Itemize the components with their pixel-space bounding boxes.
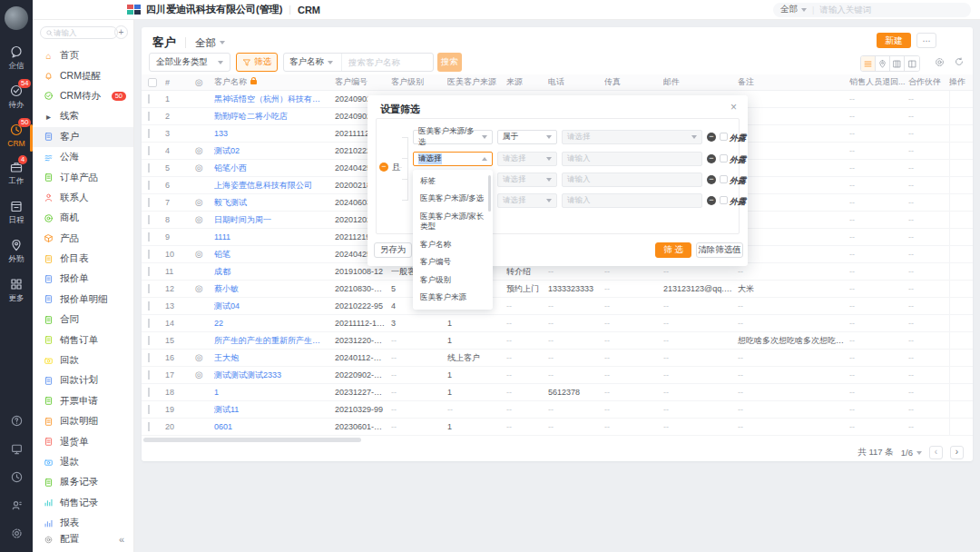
customer-name-link[interactable]: 蔡小敏 [214,283,335,295]
view-pin-icon[interactable] [876,56,890,71]
sidebar-add-button[interactable]: + [114,25,128,39]
checkbox[interactable] [148,232,150,242]
dropdown-item[interactable]: 医美客户来源/多选 [413,190,493,207]
sidebar-item-产品[interactable]: 产品 [33,229,133,249]
condition-value-input[interactable]: 请输入 [562,152,702,166]
customer-name-link[interactable]: 22 [214,319,335,328]
checkbox[interactable] [148,163,150,172]
sidebar-item-联系人[interactable]: 联系人 [33,188,133,208]
condition-value-select[interactable]: 请选择 [562,130,702,144]
dropdown-item[interactable]: 客户名称 [413,236,493,253]
dropdown-item[interactable]: 客户编号 [413,253,493,271]
customer-name-link[interactable]: 铅笔小西 [214,163,335,174]
checkbox[interactable] [148,336,150,345]
global-search-input[interactable] [819,5,928,15]
checkbox[interactable] [148,388,150,397]
condition-value-input[interactable]: 请输入 [562,193,702,208]
sidebar-item-价目表[interactable]: 价目表 [33,249,133,269]
search-button[interactable]: 搜索 [437,53,462,72]
filter-button[interactable]: 筛选 [236,53,278,72]
expose-checkbox[interactable] [720,196,728,204]
customer-name-link[interactable]: 所产生的产生的重新所产生的产生的重... [214,335,335,347]
dropdown-item[interactable]: 医美客户来源/家长类型 [413,208,493,236]
rail-item-待办[interactable]: 待办54 [0,84,33,111]
table-settings-icon[interactable] [933,55,946,68]
table-row[interactable]: 16◎王大炮20240112-124--线上客户-------------- [142,350,973,367]
sidebar-item-销售订单[interactable]: 销售订单 [33,330,133,350]
help-icon[interactable] [8,412,24,429]
customer-name-link[interactable]: 勤勤哼哈二将小吃店 [214,111,335,123]
apply-filter-button[interactable]: 筛 选 [655,242,691,258]
rail-item-CRM[interactable]: CRM50 [0,123,33,148]
customer-name-link[interactable]: 133 [214,129,335,138]
sidebar-search-input[interactable] [54,28,108,37]
checkbox[interactable] [148,267,150,276]
sidebar-item-回款[interactable]: 回款 [33,350,133,370]
checkbox[interactable] [148,78,157,87]
sidebar-item-公海[interactable]: 公海 [33,147,133,167]
target-icon[interactable]: ◎ [195,146,203,155]
rail-item-工作[interactable]: 工作4 [0,160,33,187]
checkbox[interactable] [148,181,150,190]
sidebar-item-报价单明细[interactable]: 报价单明细 [33,290,133,310]
checkbox[interactable] [148,422,150,431]
remove-condition-button[interactable]: − [707,154,716,163]
search-field-select[interactable]: 客户名称 [284,54,342,71]
sidebar-item-订单产品[interactable]: 订单产品 [33,167,133,187]
checkbox[interactable] [148,146,150,155]
history-icon[interactable] [8,468,24,485]
table-row[interactable]: 17◎测试测试测试233320220902-113--1------------… [142,367,973,384]
customer-name-link[interactable]: 1 [214,388,335,397]
new-button[interactable]: 新建 [877,33,911,48]
remove-condition-button[interactable]: − [707,175,716,184]
view-scope-select[interactable]: 全部 [195,36,216,50]
condition-operator-select[interactable]: 请选择 [497,172,557,187]
sidebar-item-退货单[interactable]: 退货单 [33,431,133,451]
condition-field-select[interactable]: 医美客户来源/多选 [413,130,493,144]
expose-checkbox[interactable] [720,154,728,163]
remove-condition-button[interactable]: − [707,196,716,205]
dropdown-item[interactable]: 标签 [413,172,493,190]
condition-operator-select[interactable]: 属于 [497,130,557,144]
refresh-icon[interactable] [953,55,965,68]
business-type-select[interactable]: 全部业务类型 [149,53,230,72]
table-row[interactable]: 18120231227-123--1--5612378---------- [142,384,973,401]
checkbox[interactable] [148,198,150,207]
sidebar-item-报价单[interactable]: 报价单 [33,269,133,289]
customer-name-link[interactable]: 黑神话悟空（杭州）科技有限公司 [214,94,335,105]
checkbox[interactable] [148,319,150,328]
customer-search-input[interactable] [342,57,433,67]
table-row[interactable]: 15所产生的产生的重新所产生的产生的重...20231220-122--1---… [142,332,973,350]
customer-name-link[interactable]: 测试测试测试2333 [214,370,335,381]
customer-name-link[interactable]: 测试04 [214,301,335,312]
sidebar-item-首页[interactable]: ⌂首页 [33,45,133,65]
checkbox[interactable] [148,215,150,224]
global-search[interactable]: 全部 | [773,3,971,17]
rail-item-日程[interactable]: 日程 [0,199,33,226]
rail-item-外勤[interactable]: 外勤 [0,238,33,265]
customer-name-link[interactable]: 日期时间为周一 [214,214,335,226]
customer-name-link[interactable]: 测试11 [214,404,335,416]
expose-checkbox[interactable] [720,133,728,141]
save-as-button[interactable]: 另存为 [374,242,412,258]
sidebar-item-客户[interactable]: 客户 [33,127,133,147]
sidebar-item-回款明细[interactable]: 回款明细 [33,411,133,431]
customer-name-link[interactable]: 0601 [214,422,335,431]
remove-condition-button[interactable]: − [707,133,716,142]
view-board-icon[interactable] [905,56,919,71]
monitor-icon[interactable] [8,440,24,457]
target-icon[interactable]: ◎ [195,370,203,380]
checkbox[interactable] [148,129,150,138]
sidebar-item-合同[interactable]: 合同 [33,310,133,330]
sidebar-item-退款[interactable]: 退款 [33,452,133,472]
sidebar-item-服务记录[interactable]: 服务记录 [33,472,133,492]
checkbox[interactable] [148,370,150,380]
sidebar-item-线索[interactable]: ▸线索 [33,106,133,126]
rail-item-企信[interactable]: 企信 [0,44,33,72]
checkbox[interactable] [148,250,150,259]
expose-checkbox[interactable] [720,175,728,183]
condition-operator-select[interactable]: 请选择 [497,152,557,166]
dropdown-item[interactable]: 医美客户来源 [413,289,493,306]
sidebar-item-回款计划[interactable]: 回款计划 [33,370,133,390]
collapse-sidebar-button[interactable]: « [119,534,124,545]
